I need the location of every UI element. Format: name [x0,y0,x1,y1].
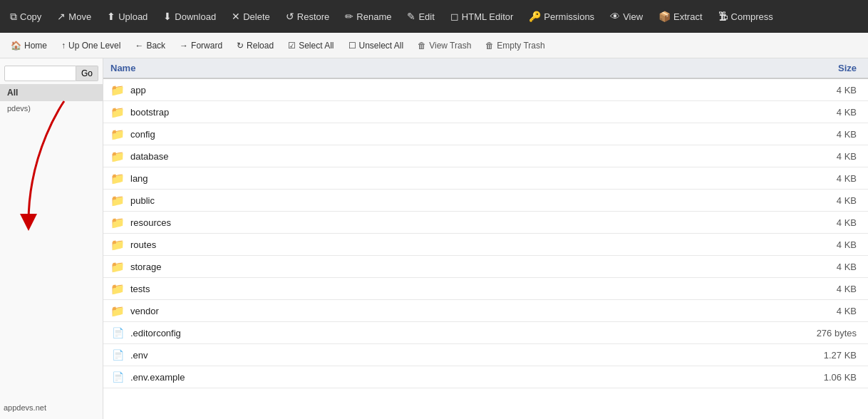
restore-button[interactable]: ↺ Restore [279,6,337,26]
table-row[interactable]: 📄.env1.27 KB [103,344,868,366]
table-row[interactable]: 📁lang4 KB [103,167,868,190]
file-icon: 📄 [112,327,124,338]
search-go-button[interactable]: Go [76,66,98,81]
col-name-header[interactable]: Name [103,58,563,78]
name-cell: 📁routes [110,237,556,252]
table-row[interactable]: 📄.env.example1.06 KB [103,366,868,388]
file-name: routes [130,239,156,250]
folder-icon: 📁 [110,105,125,119]
name-cell: 📄.env.example [110,370,556,384]
folder-icon: 📁 [110,150,125,163]
view-button[interactable]: 👁 View [603,6,650,26]
sidebar: Go All pdevs) appdevs.net [0,58,103,419]
download-button[interactable]: ⬇ Download [156,6,223,26]
name-cell: 📁app [110,83,556,97]
rename-button[interactable]: ✏ Rename [338,6,398,26]
extract-button[interactable]: 📦 Extract [651,6,709,26]
file-size: 4 KB [563,123,868,145]
compress-icon: 🗜 [718,11,728,22]
folder-icon: 📁 [110,304,125,318]
delete-button[interactable]: ✕ Delete [224,6,277,26]
forward-button[interactable]: → Forward [173,37,229,54]
file-name: storage [130,262,161,272]
name-cell: 📁vendor [110,304,556,318]
select-all-button[interactable]: ☑ Select All [281,37,340,54]
table-row[interactable]: 📁public4 KB [103,190,868,212]
table-row[interactable]: 📁app4 KB [103,78,868,101]
table-row[interactable]: 📁routes4 KB [103,234,868,256]
view-trash-icon: 🗑 [418,41,426,51]
table-row[interactable]: 📁database4 KB [103,145,868,167]
empty-trash-button[interactable]: 🗑 Empty Trash [479,37,551,54]
table-row[interactable]: 📁vendor4 KB [103,300,868,322]
view-trash-button[interactable]: 🗑 View Trash [411,37,477,54]
file-name: .editorconfig [130,328,181,338]
unselect-all-icon: ☐ [348,41,356,51]
table-row[interactable]: 📁storage4 KB [103,256,868,278]
rename-icon: ✏ [345,11,353,22]
copy-icon: ⧉ [10,11,17,23]
back-icon: ← [135,41,143,51]
navbar: 🏠 Home ↑ Up One Level ← Back → Forward ↻… [0,33,868,58]
name-cell: 📁config [110,127,556,141]
file-icon: 📄 [112,371,124,383]
file-name: vendor [130,306,159,316]
compress-button[interactable]: 🗜 Compress [711,6,780,26]
red-arrow-indicator [7,94,93,253]
toolbar: ⧉ Copy ↗ Move ⬆ Upload ⬇ Download ✕ Dele… [0,0,868,33]
file-size: 276 bytes [563,322,868,344]
upload-button[interactable]: ⬆ Upload [100,6,155,26]
home-icon: 🏠 [11,41,21,51]
file-size: 4 KB [563,256,868,278]
up-one-level-button[interactable]: ↑ Up One Level [55,37,127,54]
extract-icon: 📦 [658,11,671,22]
html-editor-button[interactable]: ◻ HTML Editor [443,6,520,26]
edit-button[interactable]: ✎ Edit [400,6,441,26]
file-size: 4 KB [563,101,868,123]
unselect-all-button[interactable]: ☐ Unselect All [342,37,410,54]
copy-button[interactable]: ⧉ Copy [3,6,48,27]
file-size: 4 KB [563,145,868,167]
file-size: 1.06 KB [563,366,868,388]
folder-icon: 📁 [110,238,125,252]
table-row[interactable]: 📄.editorconfig276 bytes [103,322,868,344]
name-cell: 📁public [110,193,556,207]
name-cell: 📁database [110,149,556,163]
view-icon: 👁 [610,11,620,22]
sidebar-filter-all[interactable]: All [0,84,103,101]
move-icon: ↗ [57,11,66,22]
table-row[interactable]: 📁config4 KB [103,123,868,145]
file-icon: 📄 [112,349,124,361]
file-name: .env.example [130,372,185,383]
sidebar-breadcrumb: pdevs) [0,101,103,115]
name-cell: 📁resources [110,215,556,229]
file-name: database [130,151,169,162]
table-row[interactable]: 📁tests4 KB [103,278,868,300]
reload-button[interactable]: ↻ Reload [230,37,280,54]
file-size: 4 KB [563,167,868,190]
reload-icon: ↻ [237,41,244,51]
table-row[interactable]: 📁bootstrap4 KB [103,101,868,123]
download-icon: ⬇ [163,11,172,22]
file-name: resources [130,217,171,228]
file-size: 4 KB [563,212,868,234]
home-button[interactable]: 🏠 Home [4,37,53,54]
back-button[interactable]: ← Back [128,37,172,54]
sidebar-bottom-label: appdevs.net [4,403,46,412]
name-cell: 📁lang [110,171,556,185]
permissions-button[interactable]: 🔑 Permissions [522,6,601,26]
file-list: Name Size 📁app4 KB📁bootstrap4 KB📁config4… [103,58,868,419]
col-size-header[interactable]: Size [563,58,868,78]
file-table: Name Size 📁app4 KB📁bootstrap4 KB📁config4… [103,58,868,388]
html-editor-icon: ◻ [450,11,459,22]
sidebar-search: Go [0,63,103,84]
folder-icon: 📁 [110,216,125,229]
move-button[interactable]: ↗ Move [50,6,98,26]
folder-icon: 📁 [110,260,125,274]
folder-icon: 📁 [110,128,125,141]
name-cell: 📁storage [110,259,556,274]
search-input[interactable] [4,66,76,81]
file-size: 4 KB [563,278,868,300]
table-row[interactable]: 📁resources4 KB [103,212,868,234]
folder-icon: 📁 [110,282,125,296]
